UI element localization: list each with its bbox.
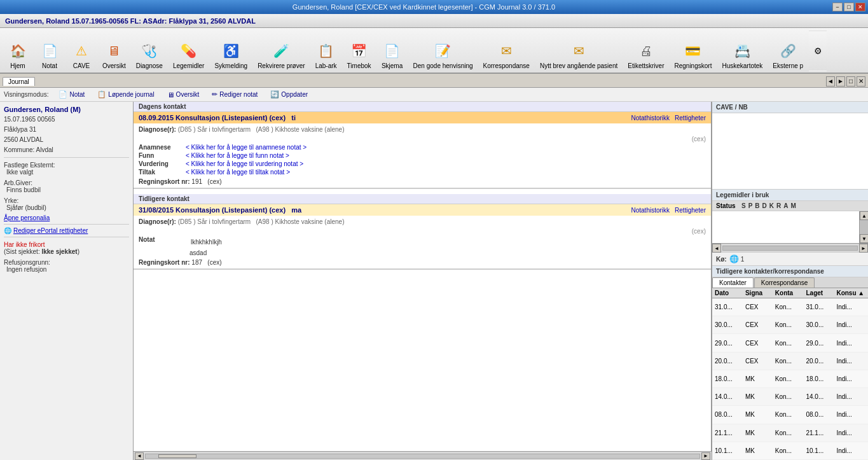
cons1-anamnese-link[interactable]: < Klikk her for å legge til anamnese not… xyxy=(186,144,307,151)
cave-area xyxy=(712,113,868,190)
col-k[interactable]: K xyxy=(769,202,774,209)
col-d[interactable]: D xyxy=(762,202,767,209)
cons2-body: Diagnose(r): (D85 ) Sår i tolvfingertarm… xyxy=(134,216,711,268)
tab-korrespondanse[interactable]: Korrespondanse xyxy=(754,277,815,288)
view-lopende-btn[interactable]: 📋 Løpende journal xyxy=(95,89,156,100)
notat-label: Notat xyxy=(42,62,57,69)
timebok-label: Timebok xyxy=(347,62,371,69)
view-oppdater-btn[interactable]: 🔄 Oppdater xyxy=(268,89,310,100)
nav-close[interactable]: ✕ xyxy=(857,76,865,87)
col-p[interactable]: P xyxy=(748,202,753,209)
col-a[interactable]: A xyxy=(783,202,788,209)
toolbar-notat[interactable]: 📄 Notat xyxy=(34,31,65,71)
table-row[interactable]: 10.1...MKKon...10.1...Indi... xyxy=(712,442,868,459)
toolbar-timebok[interactable]: 📅 Timebok xyxy=(343,31,376,71)
tab-bar: Journal ◄ ► □ ✕ xyxy=(0,74,868,88)
table-row[interactable]: 29.0...CEXKon...29.0...Indi... xyxy=(712,334,868,352)
cell-4-1: MK xyxy=(743,370,773,387)
cons1-diag-label: Diagnose(r): xyxy=(139,126,176,133)
cons2-rettigheter[interactable]: Rettigheter xyxy=(675,207,706,214)
nav-restore[interactable]: □ xyxy=(846,76,855,87)
cons1-title-row: 08.09.2015 Konsultasjon (Listepasient) (… xyxy=(134,112,711,123)
ko-globe-icon: 🌐 xyxy=(729,254,739,263)
rediger-eportal-link[interactable]: Rediger ePortal rettigheter xyxy=(13,227,88,234)
center-hscroll[interactable]: ◄ ► xyxy=(134,451,712,460)
table-row[interactable]: 21.1...MKKon...21.1...Indi... xyxy=(712,424,868,442)
cell-7-2: Kon... xyxy=(773,424,804,442)
view-rediger-btn[interactable]: ✏ Rediger notat xyxy=(209,89,260,100)
right-panel: CAVE / NB Legemidler i bruk Status SPBDK… xyxy=(712,102,868,460)
toolbar-etikett[interactable]: 🖨 Etikettskriver xyxy=(623,31,668,71)
status-col-label: Status xyxy=(716,202,741,209)
settings-button[interactable]: ⚙ xyxy=(809,31,827,71)
toolbar-regningskort[interactable]: 💳 Regningskort xyxy=(670,31,716,71)
view-oversikt-btn[interactable]: 🖥 Oversikt xyxy=(165,90,202,100)
toolbar-lab-ark[interactable]: 📋 Lab-ark xyxy=(311,31,341,71)
cons1-rettigheter[interactable]: Rettigheter xyxy=(675,115,706,122)
toolbar-sykmelding[interactable]: ♿ Sykmelding xyxy=(210,31,252,71)
view-notat-btn[interactable]: 📄 Notat xyxy=(56,89,87,100)
cons2-title-row: 31/08/2015 Konsultasjon (Listepasient) (… xyxy=(134,204,711,216)
skjema-label: Skjema xyxy=(382,62,403,69)
apne-personalia-link[interactable]: Åpne personalia xyxy=(4,214,50,221)
patient-kommune: Kommune: Alvdal xyxy=(4,145,129,155)
hscroll-left[interactable]: ◄ xyxy=(135,452,144,460)
toolbar-skjema[interactable]: 📄 Skjema xyxy=(377,31,408,71)
toolbar-oversikt[interactable]: 🖥 Oversikt xyxy=(98,31,130,71)
etikett-label: Etikettskriver xyxy=(628,62,664,69)
col-r[interactable]: R xyxy=(776,202,781,209)
table-row[interactable]: 31.0...CEXKon...31.0...Indi... xyxy=(712,298,868,316)
table-row[interactable]: 18.0...MKKon...18.0...Indi... xyxy=(712,370,868,387)
legemidler-scroll-track xyxy=(860,220,868,234)
cons1-funn-link[interactable]: < Klikk her for å legge til funn notat > xyxy=(186,152,289,159)
skjema-icon: 📄 xyxy=(382,41,403,61)
toolbar-nytt-brev[interactable]: ✉ Nytt brev angående pasient xyxy=(535,31,622,71)
legemidler-columns: Status SPBDKRAM xyxy=(712,201,868,211)
cons2-diagnosis-row: Diagnose(r): (D85 ) Sår i tolvfingertarm… xyxy=(139,218,706,225)
hscroll-thumb[interactable] xyxy=(158,454,196,458)
table-row[interactable]: 20.0...CEXKon...20.0...Indi... xyxy=(712,352,868,370)
legemidler-scroll-up[interactable]: ▲ xyxy=(860,211,868,220)
rediger-icon: ✏ xyxy=(212,90,217,99)
tab-journal[interactable]: Journal xyxy=(3,77,35,86)
legemidler-hscroll-left[interactable]: ◄ xyxy=(712,244,721,253)
cell-5-0: 14.0... xyxy=(712,388,743,406)
patient-bar-text: Gundersen, Roland 15.07.1965-00565 FL: A… xyxy=(5,17,256,25)
cons1-notathistorikk[interactable]: Notathistorikk xyxy=(631,115,670,122)
legemidler-hscroll-right[interactable]: ► xyxy=(859,244,868,253)
toolbar-diagnose[interactable]: 🩺 Diagnose xyxy=(132,31,167,71)
sist-sjekket: (Sist sjekket: Ikke sjekket) xyxy=(4,248,129,255)
cons1-tiltak-link[interactable]: < Klikk her for å legge til tiltak notat… xyxy=(186,169,290,176)
restore-button[interactable]: □ xyxy=(844,3,854,11)
rekvirere-icon: 🧪 xyxy=(271,41,291,61)
col-m[interactable]: M xyxy=(791,202,796,209)
col-s[interactable]: S xyxy=(741,202,746,209)
hscroll-right[interactable]: ► xyxy=(701,452,710,460)
cell-2-3: 29.0... xyxy=(803,334,834,352)
nav-left[interactable]: ◄ xyxy=(826,76,835,87)
toolbar-externe[interactable]: 🔗 Eksterne p xyxy=(768,31,808,71)
table-row[interactable]: 08.0...MKKon...08.0...Indi... xyxy=(712,406,868,424)
toolbar-hjem[interactable]: 🏠 Hjem xyxy=(3,31,33,71)
col-b[interactable]: B xyxy=(755,202,759,209)
close-button[interactable]: ✕ xyxy=(855,3,865,11)
th-konsu: Konsu ▲ xyxy=(834,288,868,298)
toolbar-rekvirere[interactable]: 🧪 Rekvirere prøver xyxy=(253,31,309,71)
nav-right[interactable]: ► xyxy=(836,76,845,87)
toolbar-huskelapp[interactable]: 📇 Huskekartotek xyxy=(717,31,767,71)
toolbar-henvis[interactable]: 📝 Den gode henvisning xyxy=(409,31,478,71)
toolbar-korrespondanse[interactable]: ✉ Korrespondanse xyxy=(479,31,534,71)
divider1 xyxy=(4,157,129,158)
lopende-icon: 📋 xyxy=(97,90,106,99)
table-row[interactable]: 14.0...MKKon...14.0...Indi... xyxy=(712,388,868,406)
legemidler-scroll-down[interactable]: ▼ xyxy=(860,234,868,243)
cons2-notathistorikk[interactable]: Notathistorikk xyxy=(631,207,670,214)
view-lopende-label: Løpende journal xyxy=(108,91,154,98)
toolbar-cave[interactable]: ⚠ CAVE xyxy=(66,31,97,71)
table-row[interactable]: 30.0...CEXKon...30.0...Indi... xyxy=(712,316,868,334)
cons2-cex: (cex) xyxy=(139,228,706,235)
tab-kontakter[interactable]: Kontakter xyxy=(712,277,754,288)
toolbar-legemidler[interactable]: 💊 Legemidler xyxy=(169,31,209,71)
cons1-vurdering-link[interactable]: < Klikk her for å legge til vurdering no… xyxy=(186,160,303,167)
minimize-button[interactable]: − xyxy=(832,3,843,11)
